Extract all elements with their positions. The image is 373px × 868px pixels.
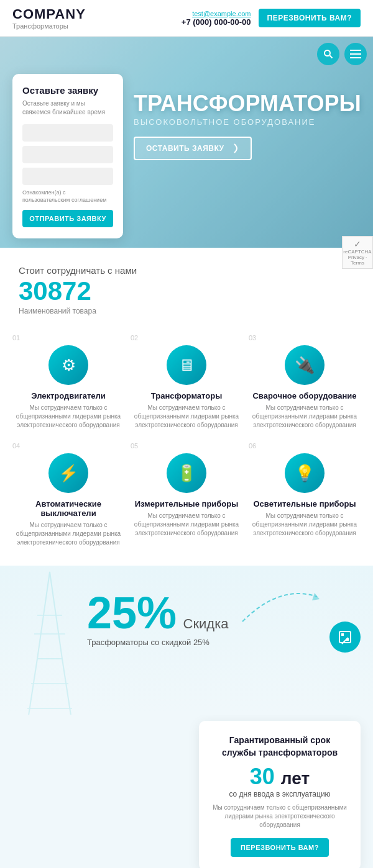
guarantee-years: 30 лет xyxy=(211,764,348,790)
search-button[interactable] xyxy=(317,43,339,65)
category-title[interactable]: Осветительные приборы xyxy=(253,499,356,509)
category-icon: 🔌 xyxy=(295,356,315,375)
svg-line-1 xyxy=(330,56,333,58)
category-icon-wrap: 💡 xyxy=(285,453,325,493)
category-desc: Мы сотрудничаем только с общепризнанными… xyxy=(249,404,361,430)
category-icon-wrap: ⚡ xyxy=(48,453,88,493)
discount-word: Скидка xyxy=(183,616,229,631)
category-title[interactable]: Сварочное оборудование xyxy=(252,391,356,400)
header-callback-button[interactable]: ПЕРЕЗВОНИТЬ ВАМ? xyxy=(259,9,361,27)
discount-sub: Трасформаторы со скидкой 25% xyxy=(87,638,361,647)
category-item: 05 🔋 Измерительные приборы Мы сотруднича… xyxy=(131,442,242,547)
category-number: 02 xyxy=(131,334,138,341)
guarantee-title: Гарантированный срок службы трансформато… xyxy=(211,735,348,759)
svg-point-0 xyxy=(325,50,330,56)
category-number: 04 xyxy=(12,442,20,450)
discount-section: 25% Скидка Трасформаторы со скидкой 25% xyxy=(0,566,373,715)
hero-form-check: Ознакомлен(а) с пользовательским соглаше… xyxy=(22,189,113,204)
category-title[interactable]: Измерительные приборы xyxy=(135,499,239,509)
category-icon-wrap: ⚙ xyxy=(48,345,88,385)
category-desc: Мы сотрудничаем только с общепризнанными… xyxy=(12,521,124,547)
stats-label: Стоит сотрудничать с нами xyxy=(19,265,354,276)
header-right: test@example.com +7 (000) 000-00-00 ПЕРЕ… xyxy=(182,9,361,27)
logo-sub: Трансформаторы xyxy=(12,22,86,30)
hero-form-email-input[interactable] xyxy=(22,168,113,185)
hero-nav xyxy=(317,43,367,65)
hero-form-phone-input[interactable] xyxy=(22,146,113,163)
guarantee-since: со дня ввода в эксплуатацию xyxy=(211,790,348,798)
header: COMPANY Трансформаторы test@example.com … xyxy=(0,0,373,37)
category-number: 03 xyxy=(249,334,256,341)
svg-line-8 xyxy=(25,659,37,715)
category-desc: Мы сотрудничаем только с общепризнанными… xyxy=(12,404,124,430)
category-number: 01 xyxy=(12,334,20,341)
category-item: 04 ⚡ Автоматические выключатели Мы сотру… xyxy=(12,442,124,547)
category-title[interactable]: Автоматические выключатели xyxy=(12,499,124,518)
category-desc: Мы сотрудничаем только с общепризнанными… xyxy=(249,512,361,538)
header-phone: +7 (000) 000-00-00 xyxy=(182,17,251,27)
category-icon: ⚙ xyxy=(62,356,76,375)
category-desc: Мы сотрудничаем только с общепризнанными… xyxy=(131,404,242,430)
category-icon-wrap: 🔋 xyxy=(167,453,206,493)
category-title[interactable]: Трансформаторы xyxy=(151,391,222,400)
category-icon: 🖥 xyxy=(178,356,195,375)
category-icon: ⚡ xyxy=(58,464,78,483)
header-contact: test@example.com +7 (000) 000-00-00 xyxy=(182,10,251,27)
category-number: 06 xyxy=(249,442,256,450)
categories-section: 01 ⚙ Электродвигатели Мы сотрудничаем то… xyxy=(0,322,373,566)
category-item: 03 🔌 Сварочное оборудование Мы сотруднич… xyxy=(249,334,361,430)
category-item: 01 ⚙ Электродвигатели Мы сотрудничаем то… xyxy=(12,334,124,430)
header-email[interactable]: test@example.com xyxy=(192,10,251,17)
stats-section: Стоит сотрудничать с нами 30872 Наименов… xyxy=(0,248,373,322)
hero-form-title: Оставьте заявку xyxy=(22,85,113,96)
category-title[interactable]: Электродвигатели xyxy=(31,391,106,400)
menu-button[interactable] xyxy=(344,43,367,65)
category-icon: 🔋 xyxy=(177,464,196,483)
categories-grid: 01 ⚙ Электродвигатели Мы сотрудничаем то… xyxy=(12,334,361,547)
recaptcha-stub: ✓ reCAPTCHA Privacy · Terms xyxy=(342,236,373,269)
discount-content: 25% Скидка Трасформаторы со скидкой 25% xyxy=(12,590,361,647)
logo-area: COMPANY Трансформаторы xyxy=(12,6,86,30)
category-icon-wrap: 🖥 xyxy=(167,345,206,385)
category-icon: 💡 xyxy=(295,464,315,483)
hero-text: ТРАНСФОРМАТОРЫ ВЫСОКОВОЛЬТНОЕ ОБОРУДОВАН… xyxy=(134,93,361,160)
category-icon-wrap: 🔌 xyxy=(285,345,325,385)
guarantee-desc: Мы сотрудничаем только с общепризнанными… xyxy=(211,803,348,830)
logo-company: COMPANY xyxy=(12,6,86,22)
hero-subtitle: ВЫСОКОВОЛЬТНОЕ ОБОРУДОВАНИЕ xyxy=(134,117,361,127)
guarantee-section: Гарантированный срок службы трансформато… xyxy=(0,715,373,868)
hero-cta-button[interactable]: ОСТАВИТЬ ЗАЯВКУ xyxy=(134,137,252,160)
stats-number: 30872 xyxy=(19,278,354,304)
hero-form-submit-button[interactable]: ОТПРАВИТЬ ЗАЯВКУ xyxy=(22,210,113,227)
hero-form-sub: Оставьте заявку и мы свяжемся ближайшее … xyxy=(22,99,113,117)
category-number: 05 xyxy=(131,442,138,450)
category-desc: Мы сотрудничаем только с общепризнанными… xyxy=(131,512,242,538)
hero-form-card: Оставьте заявку Оставьте заявку и мы свя… xyxy=(12,74,123,238)
hero-form-name-input[interactable] xyxy=(22,124,113,142)
hero-section: Оставьте заявку Оставьте заявку и мы свя… xyxy=(0,37,373,248)
hero-title: ТРАНСФОРМАТОРЫ xyxy=(134,93,361,115)
guarantee-callback-button[interactable]: ПЕРЕЗВОНИТЬ ВАМ? xyxy=(231,838,329,857)
category-item: 02 🖥 Трансформаторы Мы сотрудничаем толь… xyxy=(131,334,242,430)
svg-line-9 xyxy=(62,659,75,715)
discount-percent: 25% xyxy=(87,588,177,638)
guarantee-card: Гарантированный срок службы трансформато… xyxy=(199,721,361,868)
category-item: 06 💡 Осветительные приборы Мы сотруднича… xyxy=(249,442,361,547)
stats-desc: Наименований товара xyxy=(19,307,354,315)
